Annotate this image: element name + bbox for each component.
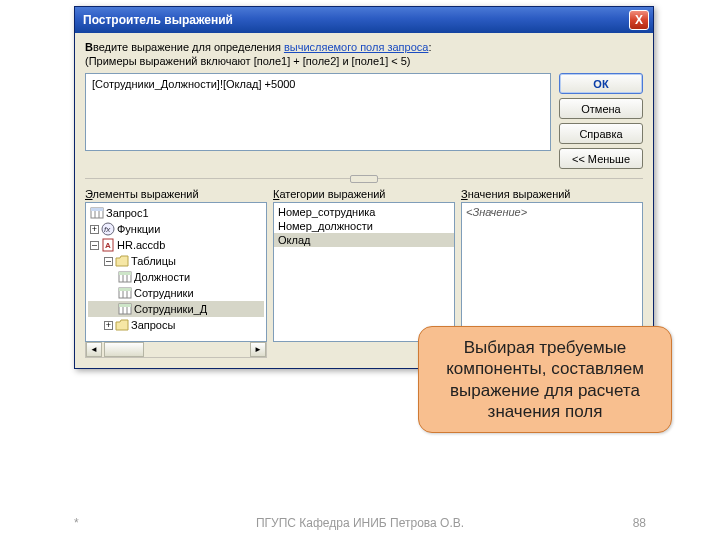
footer-mid: ПГУПС Кафедра ИНИБ Петрова О.В.	[0, 516, 720, 530]
svg-text:fx: fx	[104, 225, 111, 234]
prompt-bold: В	[85, 41, 93, 53]
value-placeholder[interactable]: <Значение>	[462, 205, 642, 219]
close-button[interactable]: X	[629, 10, 649, 30]
tree-label: Функции	[117, 223, 160, 235]
tree-item-tables[interactable]: – Таблицы	[88, 253, 264, 269]
table-icon	[118, 286, 132, 300]
folder-icon	[115, 254, 129, 268]
svg-rect-9	[119, 272, 131, 275]
values-header: Значения выражений	[461, 188, 643, 200]
splitter[interactable]	[85, 175, 643, 182]
categories-list[interactable]: Номер_сотрудника Номер_должности Оклад	[273, 202, 455, 342]
collapse-icon[interactable]: –	[90, 241, 99, 250]
button-column: ОК Отмена Справка << Меньше	[559, 73, 643, 169]
close-icon: X	[635, 13, 643, 27]
ok-button[interactable]: ОК	[559, 73, 643, 94]
tree-label: Запрос1	[106, 207, 149, 219]
tree-label: Сотрудники_Д	[134, 303, 207, 315]
tree-item-table[interactable]: Сотрудники	[88, 285, 264, 301]
expression-input[interactable]: [Сотрудники_Должности]![Оклад] +5000	[85, 73, 551, 151]
dialog-body: Введите выражение для определения вычисл…	[75, 33, 653, 368]
tree-label: Запросы	[131, 319, 175, 331]
svg-rect-13	[119, 288, 131, 291]
elements-header: Элементы выражений	[85, 188, 267, 200]
tree-item-db[interactable]: – A HR.accdb	[88, 237, 264, 253]
tree-label: Таблицы	[131, 255, 176, 267]
h-scrollbar[interactable]: ◄ ►	[85, 342, 267, 358]
svg-text:A: A	[105, 241, 111, 250]
list-item[interactable]: Номер_сотрудника	[274, 205, 454, 219]
expand-icon[interactable]: +	[104, 321, 113, 330]
tree-item-query[interactable]: Запрос1	[88, 205, 264, 221]
prompt-line: Введите выражение для определения вычисл…	[85, 41, 643, 53]
scroll-left-icon[interactable]: ◄	[86, 342, 102, 357]
dialog-window: Построитель выражений X Введите выражени…	[74, 6, 654, 369]
fx-icon: fx	[101, 222, 115, 236]
svg-rect-17	[119, 304, 131, 307]
tree-label: Должности	[134, 271, 190, 283]
table-icon	[118, 302, 132, 316]
access-icon: A	[101, 238, 115, 252]
prompt-colon: :	[428, 41, 431, 53]
folder-icon	[115, 318, 129, 332]
scroll-right-icon[interactable]: ►	[250, 342, 266, 357]
svg-rect-1	[91, 208, 103, 211]
help-button[interactable]: Справка	[559, 123, 643, 144]
prompt-link[interactable]: вычисляемого поля запроса	[284, 41, 428, 53]
prompt-text: ведите выражение для определения	[93, 41, 284, 53]
list-item-selected[interactable]: Оклад	[274, 233, 454, 247]
cancel-button[interactable]: Отмена	[559, 98, 643, 119]
tree-item-table[interactable]: Должности	[88, 269, 264, 285]
tree-label: HR.accdb	[117, 239, 165, 251]
examples-line: (Примеры выражений включают [поле1] + [п…	[85, 55, 643, 67]
less-button[interactable]: << Меньше	[559, 148, 643, 169]
annotation-callout: Выбирая требуемые компоненты, составляем…	[418, 326, 672, 433]
table-icon	[118, 270, 132, 284]
list-item[interactable]: Номер_должности	[274, 219, 454, 233]
expression-text: [Сотрудники_Должности]![Оклад] +5000	[92, 78, 295, 90]
tree-item-functions[interactable]: + fx Функции	[88, 221, 264, 237]
expand-icon[interactable]: +	[90, 225, 99, 234]
tree-label: Сотрудники	[134, 287, 194, 299]
categories-header: Категории выражений	[273, 188, 455, 200]
query-icon	[90, 206, 104, 220]
values-list[interactable]: <Значение>	[461, 202, 643, 342]
scroll-thumb[interactable]	[104, 342, 144, 357]
tree-item-queries[interactable]: + Запросы	[88, 317, 264, 333]
slide-number: 88	[633, 516, 646, 530]
scroll-track[interactable]	[144, 342, 250, 357]
elements-tree[interactable]: Запрос1 + fx Функции – A HR.accdb	[85, 202, 267, 342]
elements-header-text: лементы выражений	[93, 188, 199, 200]
expression-row: [Сотрудники_Должности]![Оклад] +5000 ОК …	[85, 73, 643, 169]
titlebar[interactable]: Построитель выражений X	[75, 7, 653, 33]
collapse-icon[interactable]: –	[104, 257, 113, 266]
window-title: Построитель выражений	[83, 13, 629, 27]
elements-column: Элементы выражений Запрос1 + fx Функции	[85, 188, 267, 358]
tree-item-table-selected[interactable]: Сотрудники_Д	[88, 301, 264, 317]
